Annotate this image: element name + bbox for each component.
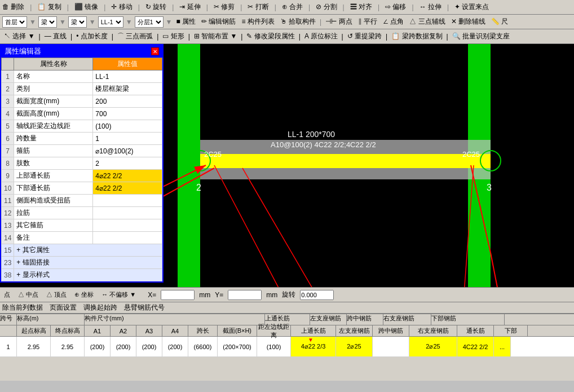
cell-shang-tc[interactable]: ▼ 4⌀22 2/3 [291,337,336,356]
btn-properties[interactable]: ■ 属性 [174,17,197,27]
subtype-select[interactable]: 梁 [68,16,87,28]
snap-midpoint[interactable]: △ 中点 [16,290,40,299]
node3-label: 3 [487,183,492,192]
type-select[interactable]: 梁 [38,16,57,28]
prop-group-row[interactable]: + 显示样式 [14,269,162,281]
btn-component-list[interactable]: ≡ 构件列表 [240,17,276,27]
prop-row-num: 7 [2,145,14,157]
svg-line-12 [491,253,516,287]
status-bar: 点 △ 中点 △ 顶点 ⊕ 坐标 ↔ 不偏移 ▼ X= mm Y= mm 旋转 [0,287,574,302]
prop-row-value[interactable] [93,207,162,219]
col-gjsize-header: 构件尺寸(mm) [85,314,265,325]
cell-xia-bu[interactable]: ... [494,337,511,356]
prop-group-row[interactable]: + 其它属性 [14,244,162,257]
cmd-page-setup[interactable]: 页面设置 [50,303,77,312]
btn-line[interactable]: — 直线 [43,32,68,41]
btn-del-aux[interactable]: ✕ 删除辅线 [449,17,487,27]
tb-break[interactable]: ✂ 打断 [248,2,268,12]
snap-point[interactable]: 点 [2,290,12,299]
btn-angle[interactable]: ∠ 点角 [381,17,405,27]
prop-row-num: 6 [2,133,14,145]
id-select[interactable]: LL-1 [98,16,123,28]
tb-split[interactable]: ⊘ 分割 [316,2,337,12]
prop-row-value[interactable]: 2 [93,157,162,170]
col-zuo-header: 左支座钢筋 [310,314,347,325]
prop-row-value[interactable]: 4⌀22 2/2 [93,182,162,195]
cmd-delete-col[interactable]: 除当前列数据 [2,303,43,312]
cell-xia-tc[interactable]: 4C22 2/2 [457,337,494,356]
tb-mirror[interactable]: ⬛ 镜像 [74,2,98,12]
cell-kuazhong[interactable] [373,337,409,356]
cmd-bar: 除当前列数据 页面设置 调换起始跨 悬臂钢筋代号 [0,302,574,313]
snap-coord[interactable]: ⊕ 坐标 [73,290,95,299]
tb-offset[interactable]: ⇨ 偏移 [385,2,406,12]
prop-row-value[interactable] [93,232,162,244]
prop-row-value[interactable]: 1 [93,133,162,145]
cmd-cantilever-rebar[interactable]: 悬臂钢筋代号 [124,303,165,312]
prop-row-value[interactable]: ⌀10@100(2) [93,145,162,157]
col-a3-sub: A3 [136,325,162,336]
tb-align[interactable]: ☰ 对齐 [350,2,372,12]
tb-rotate[interactable]: ↻ 旋转 [145,2,166,12]
btn-pick-component[interactable]: 🖱 拾取构件 [279,17,317,27]
prop-row-value[interactable] [93,219,162,232]
cell-zuo-zc[interactable]: 2⌀25 [336,337,373,356]
level-select[interactable]: 分层1 [135,16,164,28]
prop-row-name: 拉筋 [14,207,93,219]
btn-re-detect-span[interactable]: ↺ 重提梁跨 [346,32,383,41]
col-kz-sub: 跨中钢筋 [373,325,409,336]
tb-move[interactable]: ✛ 移动 [111,2,132,12]
tb-merge[interactable]: ⊕ 合并 [282,2,303,12]
prop-row-value[interactable]: (100) [93,120,162,133]
y-input[interactable] [228,290,262,300]
btn-parallel[interactable]: ∥ 平行 [356,17,379,27]
prop-row-name: 名称 [14,71,93,83]
layer-select[interactable]: 首层 [2,16,27,28]
btn-copy-span-data[interactable]: 📋 梁跨数据复制 [390,32,444,41]
btn-edit-rebar[interactable]: ✏ 编辑钢筋 [200,17,237,27]
btn-point-add-length[interactable]: • 点加长度 [74,32,109,41]
tb-stretch[interactable]: ↔ 拉伸 [420,2,441,12]
snap-no-offset[interactable]: ↔ 不偏移 ▼ [100,290,138,299]
btn-batch-identify-support[interactable]: 🔍 批量识别梁支座 [451,32,511,41]
cmd-swap-span[interactable]: 调换起始跨 [83,303,117,312]
svg-line-13 [214,165,333,287]
btn-select[interactable]: ↖ 选择 ▼ [2,32,37,41]
cell-juli: (100) [257,337,291,356]
btn-three-point-aux[interactable]: △ 三点辅线 [408,17,447,27]
prop-row-name: 备注 [14,232,93,244]
prop-row-name: 侧面构造或受扭筋 [14,195,93,207]
tb-trim[interactable]: ✂ 修剪 [214,2,235,12]
x-input[interactable] [161,290,195,300]
prop-row-value[interactable] [93,195,162,207]
btn-inplace-mark[interactable]: A 原位标注 [303,32,339,41]
prop-row-value[interactable]: 200 [93,95,162,108]
col-kh-header: 跨号 [0,314,17,325]
prop-row-num: 12 [2,207,14,219]
btn-smart-layout[interactable]: ⊞ 智能布置 ▼ [192,32,239,41]
btn-ruler[interactable]: 📏 尺 [489,17,510,27]
btn-modify-beam-prop[interactable]: ✎ 修改梁段属性 [245,32,296,41]
cell-a1: (200) [85,337,111,356]
snap-vertex[interactable]: △ 顶点 [45,290,68,299]
tb-copy[interactable]: 📋 复制 [37,2,61,12]
y-label: Y= [215,291,223,299]
prop-row-value[interactable]: 楼层框架梁 [93,83,162,95]
prop-row-value[interactable]: 700 [93,108,162,120]
prop-group-row[interactable]: + 锚固搭接 [14,257,162,269]
tb-extend[interactable]: ⇥ 延伸 [179,2,200,12]
btn-two-points[interactable]: ⊣⊢ 两点 [324,17,354,27]
prop-row-num: 10 [2,182,14,195]
cell-you-zc[interactable]: 2⌀25 [409,337,457,356]
property-panel-close[interactable]: ✕ [151,47,159,55]
col-kuazhong-header: 跨中钢筋 [347,314,383,325]
btn-rect[interactable]: ▭ 矩形 [161,32,186,41]
x-label: X= [148,291,156,299]
prop-row-value[interactable]: LL-1 [93,71,162,83]
btn-three-point-arc[interactable]: ⌒ 三点画弧 [116,32,154,41]
tb-setpoint[interactable]: ✦ 设置来点 [454,2,489,12]
rotate-input[interactable] [300,290,334,300]
col-propname-header: 属性名称 [14,58,93,71]
prop-row-value[interactable]: 4⌀22 2/2 [93,170,162,182]
tb-delete[interactable]: 🗑 删除 [2,2,24,12]
